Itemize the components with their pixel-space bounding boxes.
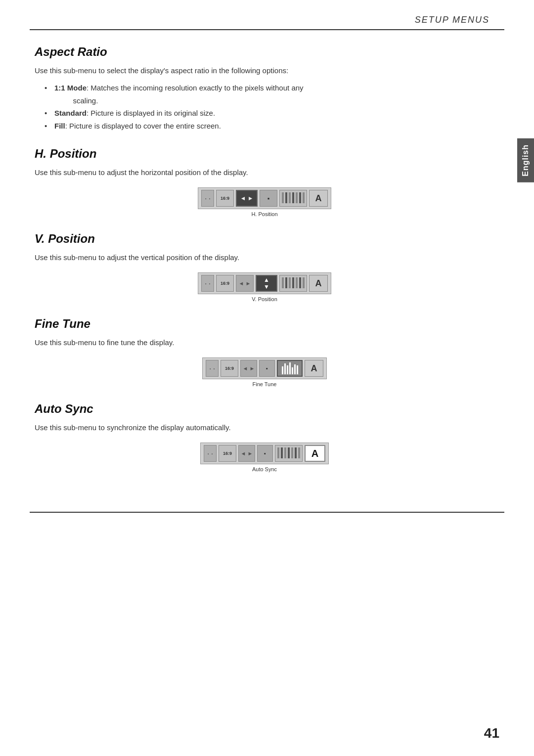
h-position-menu: · · 16:9 ◄ ► ▪ — [198, 187, 331, 209]
menu-letter-a-selected-cell: A — [305, 445, 325, 462]
menu-dots-cell: · · — [201, 190, 214, 207]
bullet-term: Standard — [54, 109, 87, 117]
page-title: SETUP MENUS — [415, 15, 494, 25]
bullet-text: : Picture is displayed to cover the enti… — [65, 122, 221, 130]
fine-tune-diagram: · · 16:9 ◄ ► ▪ — [35, 357, 494, 387]
h-position-diagram: · · 16:9 ◄ ► ▪ — [35, 187, 494, 217]
menu-bar-cell — [279, 275, 307, 292]
menu-lr-cell: ◄ ► — [236, 275, 254, 292]
auto-sync-diagram: · · 16:9 ◄ ► ▪ — [35, 443, 494, 472]
bullet-term: Fill — [54, 122, 65, 130]
v-position-diagram: · · 16:9 ◄ ► ▲ ▼ — [35, 272, 494, 302]
menu-finetune-selected-cell — [277, 360, 303, 377]
auto-sync-menu: · · 16:9 ◄ ► ▪ — [200, 443, 329, 464]
aspect-ratio-intro: Use this sub-menu to select the display'… — [35, 65, 494, 77]
menu-small-cell: ▪ — [257, 445, 273, 462]
section-h-position: H. Position Use this sub-menu to adjust … — [35, 147, 494, 217]
section-auto-sync: Auto Sync Use this sub-menu to synchroni… — [35, 402, 494, 472]
auto-sync-intro: Use this sub-menu to synchronize the dis… — [35, 422, 494, 434]
menu-small-cell: ▪ — [259, 360, 275, 377]
menu-arrows-selected-cell: ◄ ► — [236, 190, 258, 207]
menu-dots-cell: · · — [204, 445, 217, 462]
bullet-1:1-mode: 1:1 Mode: Matches the incoming resolutio… — [44, 82, 494, 107]
h-position-intro: Use this sub-menu to adjust the horizont… — [35, 167, 494, 178]
fine-tune-menu: · · 16:9 ◄ ► ▪ — [202, 357, 327, 379]
menu-lr-cell: ◄ ► — [240, 360, 257, 377]
bullet-text: : Picture is displayed in its original s… — [87, 109, 215, 117]
menu-dots-cell: · · — [206, 360, 219, 377]
bullet-text: : Matches the incoming resolution exactl… — [54, 84, 304, 105]
auto-sync-heading: Auto Sync — [35, 402, 494, 416]
side-tab-label: English — [521, 144, 530, 177]
side-tab: English — [517, 138, 534, 182]
fine-tune-heading: Fine Tune — [35, 317, 494, 331]
section-aspect-ratio: Aspect Ratio Use this sub-menu to select… — [35, 45, 494, 132]
bullet-fill: Fill: Picture is displayed to cover the … — [44, 120, 494, 133]
menu-updown-selected-cell: ▲ ▼ — [256, 275, 277, 292]
menu-ratio-cell: 16:9 — [216, 190, 234, 207]
fine-tune-intro: Use this sub-menu to fine tune the displ… — [35, 337, 494, 349]
menu-lr-cell: ◄ ► — [238, 445, 255, 462]
aspect-ratio-bullets: 1:1 Mode: Matches the incoming resolutio… — [35, 82, 494, 132]
v-position-heading: V. Position — [35, 232, 494, 246]
menu-ratio-cell: 16:9 — [216, 275, 234, 292]
menu-bar-cell — [275, 445, 303, 462]
v-position-intro: Use this sub-menu to adjust the vertical… — [35, 252, 494, 264]
menu-dots-cell: · · — [201, 275, 214, 292]
menu-ratio-cell: 16:9 — [219, 445, 236, 462]
auto-sync-diagram-label: Auto Sync — [252, 466, 277, 472]
main-content: Aspect Ratio Use this sub-menu to select… — [0, 30, 534, 502]
aspect-ratio-heading: Aspect Ratio — [35, 45, 494, 59]
bullet-term: 1:1 Mode — [54, 84, 87, 92]
menu-letter-a-cell: A — [309, 275, 328, 292]
section-fine-tune: Fine Tune Use this sub-menu to fine tune… — [35, 317, 494, 387]
bullet-standard: Standard: Picture is displayed in its or… — [44, 107, 494, 120]
fine-tune-diagram-label: Fine Tune — [253, 381, 277, 387]
bottom-divider — [30, 512, 504, 513]
header-area: SETUP MENUS — [0, 0, 534, 25]
h-position-heading: H. Position — [35, 147, 494, 161]
h-position-diagram-label: H. Position — [251, 211, 277, 217]
section-v-position: V. Position Use this sub-menu to adjust … — [35, 232, 494, 302]
menu-bar-cell — [279, 190, 307, 207]
menu-letter-a-cell: A — [305, 360, 323, 377]
v-position-diagram-label: V. Position — [252, 296, 277, 302]
menu-letter-a-cell: A — [309, 190, 328, 207]
page-container: English SETUP MENUS Aspect Ratio Use thi… — [0, 0, 534, 756]
page-number: 41 — [484, 725, 499, 741]
menu-icon-cell: ▪ — [260, 190, 277, 207]
v-position-menu: · · 16:9 ◄ ► ▲ ▼ — [198, 272, 331, 294]
menu-ratio-cell: 16:9 — [221, 360, 238, 377]
